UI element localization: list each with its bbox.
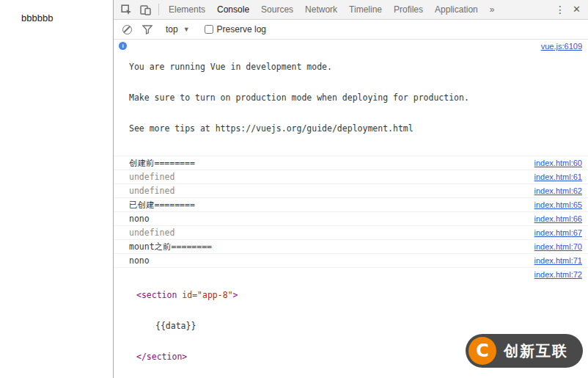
message-text: undefined	[129, 186, 527, 196]
console-message-row: i You are running Vue in development mod…	[114, 40, 588, 156]
message-text: mount之前========	[129, 241, 527, 252]
source-link[interactable]: index.html:72	[534, 269, 582, 280]
inspect-element-icon[interactable]	[117, 0, 136, 19]
message-text: undefined	[129, 228, 527, 238]
tab-timeline[interactable]: Timeline	[343, 0, 388, 19]
console-message-row: 已创建======== index.html:65	[114, 198, 588, 212]
chevron-down-icon: ▼	[183, 26, 190, 33]
tab-console[interactable]: Console	[211, 0, 255, 19]
devtools-window-controls: ⋮ ✕	[555, 0, 584, 19]
browser-window: bbbbbb Elements Console Sources Network …	[0, 0, 588, 378]
execution-context-selector[interactable]: top ▼	[166, 24, 190, 34]
watermark-text: 创新互联	[504, 341, 568, 361]
watermark: C 创新互联	[466, 334, 583, 368]
console-message-row: undefined index.html:61	[114, 170, 588, 184]
message-text: 创建前========	[129, 158, 527, 168]
tab-overflow-chevron[interactable]: »	[484, 0, 501, 19]
tab-elements[interactable]: Elements	[163, 0, 211, 19]
clear-console-icon[interactable]	[122, 25, 132, 34]
source-link[interactable]: index.html:60	[534, 158, 582, 168]
preserve-log-checkbox[interactable]	[205, 25, 213, 34]
message-text: 已创建========	[129, 200, 527, 210]
console-message-row: nono index.html:71	[114, 254, 588, 268]
page-text: bbbbbb	[21, 12, 53, 23]
browser-viewport: bbbbbb	[0, 0, 114, 378]
source-link[interactable]: index.html:61	[534, 172, 582, 182]
toolbar-separator	[158, 4, 159, 15]
console-message-row: undefined index.html:67	[114, 226, 588, 240]
console-message-row: mount之前======== index.html:70	[114, 240, 588, 254]
device-toolbar-icon[interactable]	[136, 0, 155, 19]
watermark-logo-icon: C	[468, 337, 496, 365]
source-link[interactable]: index.html:71	[534, 255, 582, 266]
source-link[interactable]: index.html:70	[534, 241, 582, 252]
source-link[interactable]: index.html:62	[534, 186, 582, 196]
source-link[interactable]: index.html:67	[534, 228, 582, 238]
tab-application[interactable]: Application	[429, 0, 484, 19]
info-icon: i	[119, 42, 127, 50]
devtools-close-icon[interactable]: ✕	[573, 0, 581, 19]
message-text: undefined	[129, 172, 527, 182]
message-text: nono	[129, 214, 527, 224]
message-text: You are running Vue in development mode.…	[129, 41, 534, 154]
console-message-row: 创建前======== index.html:60	[114, 156, 588, 170]
source-link[interactable]: index.html:66	[534, 214, 582, 224]
console-message-row: nono index.html:66	[114, 212, 588, 226]
filter-icon[interactable]	[142, 25, 152, 34]
devtools-tabbar: Elements Console Sources Network Timelin…	[114, 0, 588, 20]
context-label: top	[166, 24, 178, 34]
preserve-log-label: Preserve log	[217, 24, 266, 34]
logged-dom-element[interactable]: <section id="app-8"> {{data}} </section>	[129, 269, 527, 378]
console-message-row: undefined index.html:62	[114, 184, 588, 198]
preserve-log-toggle[interactable]: Preserve log	[205, 24, 266, 34]
console-toolbar: top ▼ Preserve log	[114, 20, 588, 40]
source-link[interactable]: index.html:65	[534, 200, 582, 210]
tab-profiles[interactable]: Profiles	[388, 0, 429, 19]
console-output: i You are running Vue in development mod…	[114, 40, 588, 378]
devtools-menu-icon[interactable]: ⋮	[555, 0, 565, 19]
source-link[interactable]: vue.js:6109	[541, 41, 582, 51]
tab-network[interactable]: Network	[299, 0, 343, 19]
tab-sources[interactable]: Sources	[255, 0, 299, 19]
devtools-panel: Elements Console Sources Network Timelin…	[114, 0, 588, 378]
message-text: nono	[129, 255, 527, 266]
